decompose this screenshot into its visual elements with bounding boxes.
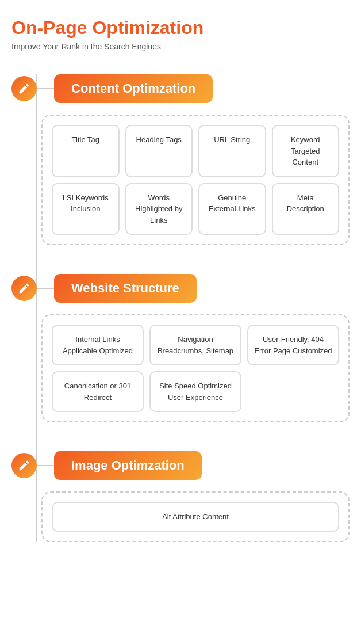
card-item: LSI Keywords Inclusion [52,183,120,235]
card-item: Title Tag [52,125,120,177]
cards-row-0: Title TagHeading TagsURL StringKeyword T… [52,125,339,177]
section-header-image: Image Optimzation [11,451,202,480]
page-title: On-Page Optimization [11,17,350,39]
pencil-icon [11,76,37,101]
cards-row-1: Canonication or 301 RedirectSite Speed O… [52,371,339,412]
page-subtitle: Improve Your Rank in the Search Engines [11,42,350,51]
header-connector-line [37,288,54,289]
cards-row-0: Alt Attribute Content [52,502,339,532]
card-item: Canonication or 301 Redirect [52,371,144,412]
header-connector-line [37,88,54,89]
card-item: Meta Description [272,183,340,235]
card-item: User-Friendly, 404 Error Page Customized [247,325,339,365]
section-title-image: Image Optimzation [54,451,202,480]
section-title-content: Content Optimzation [54,74,213,103]
section-content: Content OptimzationTitle TagHeading Tags… [11,74,350,245]
section-header-website: Website Structure [11,274,197,303]
pencil-icon [11,276,37,301]
dashed-container-content: Title TagHeading TagsURL StringKeyword T… [41,115,350,245]
card-item: Alt Attribute Content [52,502,339,532]
section-title-website: Website Structure [54,274,197,303]
header-connector-line [37,465,54,466]
cards-row-1: LSI Keywords InclusionWords Highlighted … [52,183,339,235]
cards-row-0: Internal Links Applicable OptimizedNavig… [52,325,339,365]
card-item: Site Speed Optimized User Experience [149,371,241,412]
card-item: Keyword Targeted Content [272,125,340,177]
dashed-container-website: Internal Links Applicable OptimizedNavig… [41,314,350,422]
card-item: Navigation Breadcrumbs, Sitemap [149,325,241,365]
pencil-icon [11,453,37,478]
section-image: Image OptimzationAlt Attribute Content [11,451,350,542]
dashed-container-image: Alt Attribute Content [41,491,350,542]
section-website: Website StructureInternal Links Applicab… [11,274,350,422]
card-item [247,371,339,412]
vertical-line [36,74,37,274]
card-item: Internal Links Applicable Optimized [52,325,144,365]
card-item: URL String [198,125,266,177]
card-item: Heading Tags [125,125,193,177]
card-item: Genuine External Links [198,183,266,235]
card-item: Words Highlighted by Links [125,183,193,235]
section-header-content: Content Optimzation [11,74,213,103]
